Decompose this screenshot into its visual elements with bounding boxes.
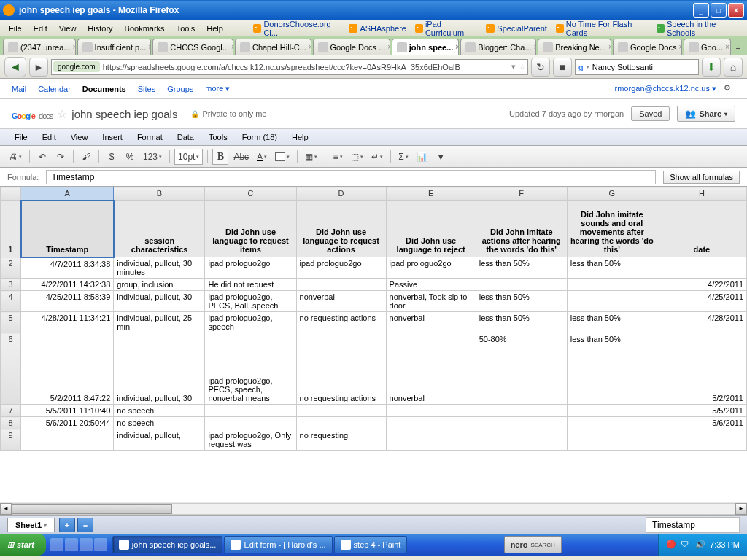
cell[interactable]: 4/25/2011 8:58:39 <box>21 291 114 312</box>
taskbar-task[interactable]: john speech iep goals... <box>112 536 223 553</box>
cell[interactable]: group, inclusion <box>114 279 205 291</box>
cell[interactable]: nonverbal <box>386 333 476 405</box>
cell[interactable]: ipad prologuo2go <box>205 257 296 279</box>
col-header-F[interactable]: F <box>476 187 567 201</box>
cell[interactable]: 4/22/2011 14:32:38 <box>21 279 114 291</box>
browser-tab[interactable]: john spee...× <box>392 39 459 55</box>
gear-icon[interactable]: ⚙ <box>724 83 735 95</box>
cell[interactable]: 4/22/2011 <box>657 279 746 291</box>
nav-groups[interactable]: Groups <box>167 85 193 93</box>
nav-downloads-button[interactable]: ⬇ <box>702 58 721 77</box>
ff-menu-history[interactable]: History <box>82 23 118 34</box>
star-icon[interactable]: ☆ <box>519 62 526 71</box>
header-cell[interactable]: date <box>657 201 746 257</box>
browser-tab[interactable]: Breaking Ne...× <box>538 39 611 55</box>
nav-mail[interactable]: Mail <box>12 85 26 93</box>
star-icon[interactable]: ☆ <box>57 107 67 121</box>
chart-button[interactable]: 📊 <box>414 149 430 165</box>
cell[interactable]: 5/6/2011 20:50:44 <box>21 417 114 429</box>
tab-close-icon[interactable]: × <box>73 43 76 51</box>
wrap-button[interactable]: ↵ <box>368 149 386 165</box>
cell[interactable] <box>386 417 476 429</box>
fill-color-button[interactable] <box>272 149 293 165</box>
cell[interactable]: individual, pullout, 30 minutes <box>114 257 205 279</box>
new-tab-button[interactable]: + <box>732 42 744 55</box>
cell[interactable]: no requesting <box>296 429 386 451</box>
cell[interactable]: less than 50% <box>567 257 657 279</box>
cell[interactable]: ipad prologuo2go, speech <box>205 312 296 333</box>
tab-close-icon[interactable]: × <box>148 43 151 51</box>
cell[interactable]: no requesting actions <box>296 333 386 405</box>
header-cell[interactable]: Did John use language to request items <box>205 201 296 257</box>
cell[interactable]: less than 50% <box>567 312 657 333</box>
row-number[interactable]: 6 <box>1 333 21 405</box>
ff-menu-edit[interactable]: Edit <box>28 23 53 34</box>
tab-close-icon[interactable]: × <box>231 43 233 51</box>
cell[interactable]: nonverbal <box>386 312 476 333</box>
align-button[interactable]: ≡ <box>330 149 346 165</box>
cell[interactable]: less than 50% <box>476 291 567 312</box>
cell[interactable] <box>296 279 386 291</box>
nav-stop-button[interactable]: ■ <box>553 58 572 77</box>
ff-menu-tools[interactable]: Tools <box>171 23 201 34</box>
cell[interactable]: ipad prologuo2go, PECS, speech, nonverba… <box>205 333 296 405</box>
cell[interactable]: 4/25/2011 <box>657 291 746 312</box>
sheet-tab-active[interactable]: Sheet1 <box>7 518 55 532</box>
formula-button[interactable]: Σ <box>395 149 411 165</box>
cell[interactable]: 4/28/2011 <box>657 312 746 333</box>
cell[interactable] <box>567 279 657 291</box>
browser-tab[interactable]: Chapel Hill-C...× <box>235 39 311 55</box>
ff-menu-bookmarks[interactable]: Bookmarks <box>119 23 171 34</box>
scroll-thumb[interactable] <box>12 504 172 514</box>
search-bar[interactable]: g▾ Nancy Sottosanti <box>575 59 699 75</box>
url-bar[interactable]: google.com https://spreadsheets.google.c… <box>51 59 528 75</box>
header-cell[interactable]: Did John use language to request actions <box>296 201 386 257</box>
cell[interactable]: 5/6/2011 <box>657 417 746 429</box>
tray-icon[interactable]: 🛡 <box>681 540 691 550</box>
cell[interactable]: individual, pullout, 25 min <box>114 312 205 333</box>
cell[interactable]: He did not request <box>205 279 296 291</box>
menu-form[interactable]: Form (18) <box>235 131 285 144</box>
cell[interactable]: 50-80% <box>476 333 567 405</box>
cell[interactable] <box>476 429 567 451</box>
col-header-D[interactable]: D <box>296 187 386 201</box>
menu-file[interactable]: File <box>7 131 35 144</box>
cell[interactable] <box>567 429 657 451</box>
sheet-list-button[interactable]: ≡ <box>77 518 93 532</box>
cell[interactable] <box>205 417 296 429</box>
tray-icon[interactable]: 🔴 <box>666 540 676 550</box>
browser-tab[interactable]: Google Docs× <box>613 39 682 55</box>
scroll-right-button[interactable]: ► <box>735 503 747 515</box>
col-header-G[interactable]: G <box>567 187 657 201</box>
font-size-select[interactable]: 10pt <box>174 149 203 165</box>
col-header-A[interactable]: A <box>21 187 114 201</box>
tray-clock[interactable]: 7:33 PM <box>710 540 740 549</box>
taskbar-task[interactable]: step 4 - Paint <box>334 536 408 553</box>
header-cell[interactable]: session characteristics <box>114 201 205 257</box>
user-email[interactable]: rmorgan@chccs.k12.nc.us ▾ <box>615 84 716 93</box>
menu-format[interactable]: Format <box>130 131 170 144</box>
row-number[interactable]: 4 <box>1 291 21 312</box>
menu-edit[interactable]: Edit <box>35 131 63 144</box>
ql-icon[interactable] <box>65 538 78 551</box>
row-number[interactable]: 8 <box>1 417 21 429</box>
cell[interactable]: individual, pullout, 30 <box>114 291 205 312</box>
share-button[interactable]: 👥Share ▾ <box>677 106 735 122</box>
cell[interactable] <box>567 291 657 312</box>
cell[interactable]: no speech <box>114 405 205 417</box>
tab-close-icon[interactable]: × <box>455 43 459 51</box>
merge-button[interactable]: ⬚ <box>348 149 366 165</box>
filter-button[interactable]: ▼ <box>433 149 449 165</box>
cell[interactable]: no requesting actions <box>296 312 386 333</box>
cell[interactable] <box>386 405 476 417</box>
cell[interactable]: individual, pullout, <box>114 429 205 451</box>
redo-button[interactable]: ↷ <box>53 149 69 165</box>
scroll-track[interactable] <box>12 503 735 515</box>
ql-icon[interactable] <box>94 538 107 551</box>
cell[interactable] <box>386 429 476 451</box>
paint-format-button[interactable]: 🖌 <box>78 149 94 165</box>
cell[interactable] <box>657 257 746 279</box>
add-sheet-button[interactable]: + <box>59 518 75 532</box>
header-cell[interactable]: Did John imitate actions after hearing t… <box>476 201 567 257</box>
cell[interactable]: less than 50% <box>476 312 567 333</box>
